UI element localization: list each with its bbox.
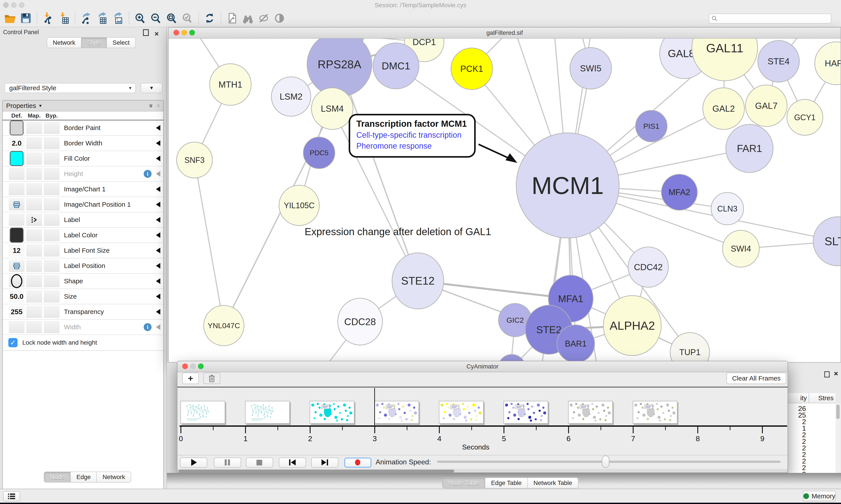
memory-button[interactable]: Memory: [803, 491, 836, 501]
refresh-button[interactable]: [203, 12, 217, 25]
play-button[interactable]: [180, 457, 207, 468]
node-CLN3[interactable]: CLN3: [711, 193, 744, 225]
byp-cell[interactable]: [44, 152, 59, 165]
export-image-button[interactable]: [111, 12, 125, 25]
binoculars-button[interactable]: [241, 12, 255, 25]
map-cell[interactable]: [26, 214, 42, 226]
node-SWI5[interactable]: SWI5: [570, 48, 611, 89]
property-row-size[interactable]: 50.0Size: [3, 289, 163, 304]
open-folder-button[interactable]: [3, 12, 17, 25]
cyanimator-titlebar[interactable]: CyAnimator: [177, 361, 788, 372]
network-window-titlebar[interactable]: galFiltered.sif: [168, 28, 841, 38]
node-PIS1[interactable]: PIS1: [636, 110, 667, 142]
zoom-in-button[interactable]: [133, 12, 147, 25]
property-row-width[interactable]: Widthi: [3, 320, 163, 335]
map-cell[interactable]: [26, 244, 42, 257]
zoom-selected-button[interactable]: [181, 12, 194, 25]
tab-style[interactable]: Style: [81, 37, 107, 48]
ellipse-shape-icon[interactable]: [11, 274, 22, 288]
def-cell[interactable]: 255: [9, 306, 24, 318]
tab-network[interactable]: Network: [96, 472, 131, 483]
import-network-button[interactable]: [41, 12, 55, 25]
record-button[interactable]: [344, 457, 372, 468]
property-row-transparency[interactable]: 255Transparency: [3, 304, 163, 320]
node-SNF3[interactable]: SNF3: [177, 142, 212, 178]
def-cell[interactable]: [9, 168, 24, 180]
property-row-label-color[interactable]: Label Color: [3, 228, 163, 243]
frame-thumbnail-7[interactable]: [633, 401, 677, 424]
animator-hscrollbar-thumb[interactable]: [178, 470, 454, 472]
table-column-stress[interactable]: Stres: [809, 393, 836, 403]
network-canvas[interactable]: DCP1RPS28ADMC1PCK1SWI5GAL80GAL11STE4HAP2…: [168, 38, 841, 362]
node-YIL105C[interactable]: YIL105C: [279, 185, 319, 226]
info-icon[interactable]: i: [144, 323, 151, 331]
node-YNL047C[interactable]: YNL047C: [204, 305, 244, 346]
playhead[interactable]: [374, 388, 375, 427]
property-row-border-paint[interactable]: Border Paint: [3, 121, 163, 136]
property-row-border-width[interactable]: 2.0Border Width: [3, 136, 163, 151]
default-swatch[interactable]: [10, 151, 23, 166]
expand-row-icon[interactable]: [156, 278, 160, 284]
expand-row-icon[interactable]: [156, 309, 160, 314]
node-RPS28A[interactable]: RPS28A: [307, 38, 372, 97]
expand-row-icon[interactable]: [156, 324, 160, 330]
byp-cell[interactable]: [44, 168, 59, 180]
node-CDC28[interactable]: CDC28: [338, 298, 382, 345]
byp-cell[interactable]: [44, 275, 59, 287]
node-CDC42[interactable]: CDC42: [628, 247, 668, 287]
map-cell[interactable]: [26, 229, 42, 241]
tab-network[interactable]: Network: [47, 37, 81, 48]
timeline[interactable]: 0123456789Seconds: [177, 388, 788, 455]
expand-row-icon[interactable]: [156, 293, 160, 299]
node-PCK1[interactable]: PCK1: [451, 48, 493, 90]
node-GCY1[interactable]: GCY1: [787, 100, 823, 135]
stop-button[interactable]: [246, 457, 273, 468]
def-cell[interactable]: [9, 260, 24, 272]
byp-cell[interactable]: [44, 260, 59, 272]
default-swatch[interactable]: [10, 228, 23, 242]
default-value[interactable]: 12: [13, 247, 21, 255]
log-console-button[interactable]: [3, 491, 20, 501]
map-cell[interactable]: [26, 183, 42, 195]
export-network-button[interactable]: [79, 12, 93, 25]
add-frame-button[interactable]: +: [182, 373, 199, 384]
byp-cell[interactable]: [44, 214, 59, 226]
node-LSM2[interactable]: LSM2: [271, 77, 311, 116]
expand-row-icon[interactable]: [156, 140, 160, 146]
node-GAL7[interactable]: GAL7: [746, 85, 787, 127]
node-STE12[interactable]: STE12: [392, 253, 444, 309]
frame-thumbnail-3[interactable]: [374, 401, 419, 424]
node-SLT2[interactable]: SLT2: [813, 217, 841, 266]
frame-thumbnail-5[interactable]: [503, 401, 548, 424]
save-button[interactable]: [19, 12, 33, 25]
map-cell[interactable]: [26, 306, 42, 318]
table-column-ity[interactable]: ity: [788, 393, 809, 403]
def-cell[interactable]: [9, 198, 24, 211]
tab-node-table[interactable]: Node Table: [442, 478, 485, 488]
node-SWI4[interactable]: SWI4: [722, 230, 759, 267]
expand-row-icon[interactable]: [156, 156, 160, 161]
def-cell[interactable]: [9, 321, 24, 333]
property-row-image-chart-1[interactable]: Image/Chart 1: [3, 182, 163, 197]
tab-select[interactable]: Select: [107, 37, 136, 48]
tab-edge-table[interactable]: Edge Table: [485, 478, 527, 488]
speed-slider-thumb[interactable]: [602, 456, 609, 468]
default-value[interactable]: 255: [11, 308, 22, 316]
default-value[interactable]: 2.0: [12, 139, 21, 147]
byp-cell[interactable]: [44, 198, 59, 211]
pause-button[interactable]: [214, 457, 241, 468]
expand-row-icon[interactable]: [156, 125, 160, 131]
property-row-shape[interactable]: Shape: [3, 274, 163, 289]
edge-SNF3-YNL047C[interactable]: [195, 160, 224, 326]
map-cell[interactable]: [26, 260, 42, 272]
hide-detail-button[interactable]: [257, 12, 270, 25]
close-panel-icon[interactable]: ✕: [154, 31, 163, 37]
node-BAR1[interactable]: BAR1: [557, 325, 595, 362]
expand-row-icon[interactable]: [156, 202, 160, 207]
collapse-all-icon[interactable]: »: [155, 104, 162, 108]
default-value[interactable]: 50.0: [10, 292, 23, 301]
frame-thumbnail-2[interactable]: [310, 401, 354, 424]
expand-row-icon[interactable]: [156, 217, 160, 223]
node-MFA2[interactable]: MFA2: [661, 174, 697, 210]
expand-all-icon[interactable]: »: [148, 104, 155, 108]
